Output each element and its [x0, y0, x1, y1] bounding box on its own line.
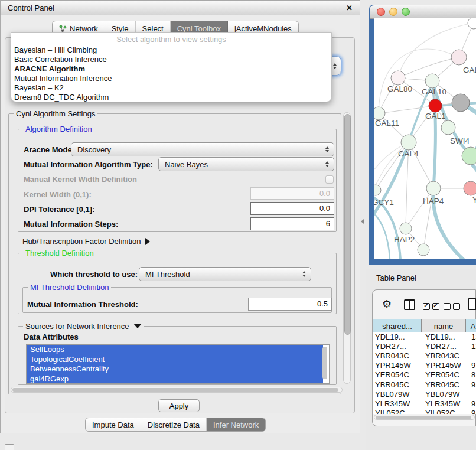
- tab-label: Cyni Toolbox: [177, 24, 221, 33]
- network-node-y[interactable]: [464, 181, 476, 195]
- kernel-width-field[interactable]: 0.0: [250, 187, 334, 200]
- table-row[interactable]: YDL19...YDL19...13: [373, 332, 476, 341]
- table-column-header[interactable]: name: [422, 319, 466, 333]
- table-hscrollbar-thumb[interactable]: [376, 416, 471, 419]
- manual-kernel-width-checkbox[interactable]: [325, 175, 334, 184]
- table-cell: YBR043C: [423, 351, 469, 360]
- gear-icon[interactable]: ⚙: [382, 299, 392, 309]
- network-node-swi4[interactable]: [462, 147, 476, 165]
- table-row[interactable]: YER054CYER054C8.: [373, 370, 476, 380]
- cyni-settings-group-title: Cyni Algorithm Settings: [14, 109, 97, 118]
- zoom-traffic-light-icon[interactable]: [402, 8, 410, 16]
- aracne-mode-combobox[interactable]: Discovery: [71, 142, 334, 156]
- tab-discretize-data[interactable]: Discretize Data: [141, 418, 207, 431]
- attribute-item[interactable]: SelfLoops: [27, 345, 323, 355]
- network-node-gal11[interactable]: [374, 107, 385, 120]
- network-node-hap4[interactable]: [426, 181, 441, 195]
- table-hscrollbar[interactable]: [374, 415, 475, 420]
- float-window-icon[interactable]: [334, 5, 340, 11]
- network-node-gcy1[interactable]: [374, 185, 381, 195]
- algorithm-definition-title: Algorithm Definition: [23, 125, 94, 133]
- tab-label: Select: [142, 24, 164, 33]
- dpi-tolerance-field[interactable]: 0.0: [250, 202, 334, 215]
- table-cell: 9: [469, 409, 476, 414]
- network-view-window[interactable]: GALGAL80GAL10GAL1GAL11GAL4SWI4GCY1HAP4YH…: [369, 5, 476, 265]
- select-all-columns-icon[interactable]: [423, 303, 442, 312]
- network-node-gal1[interactable]: [429, 99, 442, 112]
- network-node[interactable]: [418, 244, 429, 256]
- desktop: Control Panel ✕ NetworkStyleSelectCyni T…: [0, 0, 476, 450]
- network-node[interactable]: [452, 94, 470, 112]
- mi-algorithm-type-value: Naive Bayes: [165, 160, 208, 169]
- list-scrollbar[interactable]: [322, 347, 327, 379]
- network-node-gal10[interactable]: [425, 74, 439, 88]
- network-node-hap2[interactable]: [400, 223, 412, 234]
- attribute-item[interactable]: TopologicalCoefficient: [27, 355, 323, 365]
- table-body: YDL19...YDL19...13YDR27...YDR27...12YBR0…: [373, 332, 476, 414]
- threshold-definition-title: Threshold Definition: [23, 249, 96, 257]
- table-row[interactable]: YBR045CYBR045C9.: [373, 380, 476, 389]
- table-row[interactable]: YBR043CYBR043C: [373, 351, 476, 360]
- table-row[interactable]: YIL052CYIL052C9: [373, 409, 476, 415]
- table-cell: YER054C: [423, 370, 469, 379]
- settings-hscrollbar[interactable]: [11, 387, 343, 393]
- network-graph[interactable]: GALGAL80GAL10GAL1GAL11GAL4SWI4GCY1HAP4YH…: [374, 18, 476, 259]
- table-column-header[interactable]: A: [466, 319, 476, 333]
- settings-vscrollbar[interactable]: [343, 112, 351, 384]
- table-cell: YDL19...: [423, 332, 469, 341]
- network-node-gal4[interactable]: [401, 135, 416, 150]
- algorithm-option[interactable]: Basic Correlation Inference: [11, 55, 331, 64]
- mi-threshold-field[interactable]: 0.5: [248, 298, 332, 311]
- tab-label: Impute Data: [92, 420, 134, 429]
- splitter-collapse-arrow[interactable]: [361, 219, 364, 224]
- algorithm-option[interactable]: ARACNE Algorithm: [11, 64, 331, 74]
- sources-collapse-toggle[interactable]: Sources for Network Inference: [23, 322, 144, 331]
- combobox-stepper-icon: [325, 146, 329, 152]
- table-cell: YDR27...: [423, 342, 469, 351]
- which-threshold-combobox[interactable]: MI Threshold: [139, 267, 311, 281]
- table-row[interactable]: YLR345WYLR345W9.: [373, 399, 476, 408]
- network-icon: [59, 25, 67, 32]
- algorithm-option[interactable]: Mutual Information Inference: [11, 74, 331, 83]
- table-header-row: shared...nameA: [373, 319, 476, 333]
- node-label-gal80: GAL80: [387, 84, 412, 93]
- dpi-tolerance-label: DPI Tolerance [0,1]:: [24, 205, 94, 214]
- tab-infer-network[interactable]: Infer Network: [207, 418, 265, 431]
- bottom-tabstrip: Impute DataDiscretize DataInfer Network: [85, 418, 266, 432]
- network-node[interactable]: [441, 120, 455, 135]
- columns-icon[interactable]: [404, 299, 415, 310]
- apply-button[interactable]: Apply: [158, 399, 200, 412]
- table-row[interactable]: YPR145WYPR145W9.: [373, 361, 476, 370]
- node-label-gcy1: GCY1: [374, 198, 394, 207]
- close-icon[interactable]: ✕: [346, 4, 353, 12]
- table-cell: YBL079W: [373, 390, 423, 399]
- table-row[interactable]: YBL079WYBL079W: [373, 389, 476, 399]
- close-traffic-light-icon[interactable]: [377, 8, 385, 16]
- table-cell: YBR043C: [373, 351, 423, 360]
- new-table-icon[interactable]: [468, 298, 476, 310]
- deselect-all-columns-icon[interactable]: [444, 303, 462, 312]
- table-row[interactable]: YDR27...YDR27...12: [373, 341, 476, 351]
- network-node-gal[interactable]: [451, 50, 467, 65]
- network-node-gal80[interactable]: [391, 71, 405, 85]
- corner-button[interactable]: [5, 444, 14, 450]
- mi-algorithm-type-combobox[interactable]: Naive Bayes: [158, 157, 334, 171]
- network-canvas[interactable]: GALGAL80GAL10GAL1GAL11GAL4SWI4GCY1HAP4YH…: [374, 18, 476, 259]
- table-column-header[interactable]: shared...: [373, 319, 422, 333]
- network-node[interactable]: [468, 18, 476, 29]
- minimize-traffic-light-icon[interactable]: [389, 8, 397, 16]
- mi-steps-field[interactable]: 6: [250, 217, 334, 230]
- settings-vscrollbar-thumb[interactable]: [344, 114, 351, 335]
- algorithm-option[interactable]: Bayesian – K2: [11, 83, 331, 93]
- hub-definition-expander[interactable]: Hub/Transcription Factor Definition: [22, 237, 150, 246]
- table-cell: 9.: [469, 399, 476, 408]
- algorithm-option[interactable]: Bayesian – Hill Climbing: [11, 45, 331, 55]
- control-panel-title: Control Panel: [8, 4, 334, 12]
- table-cell: YDR27...: [373, 342, 423, 351]
- table-cell: YPR145W: [423, 361, 469, 370]
- attribute-item[interactable]: BetweennessCentrality: [27, 364, 323, 374]
- settings-hscrollbar-thumb[interactable]: [12, 388, 338, 392]
- attribute-item[interactable]: gal4RGexp: [27, 374, 323, 384]
- algorithm-option[interactable]: Dream8 DC_TDC Algorithm: [11, 93, 331, 102]
- tab-impute-data[interactable]: Impute Data: [86, 418, 141, 431]
